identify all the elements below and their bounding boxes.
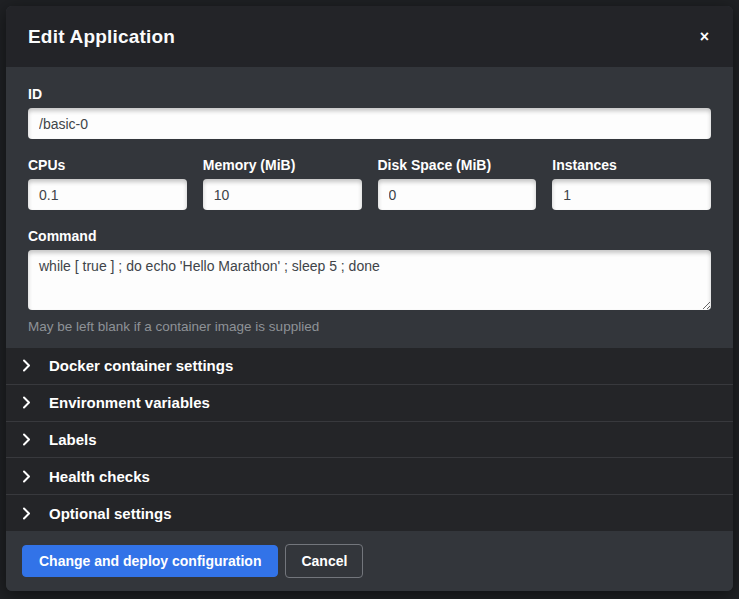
chevron-right-icon: [22, 397, 40, 409]
disk-field-group: Disk Space (MiB): [378, 157, 537, 210]
command-label: Command: [28, 228, 711, 244]
cpus-label: CPUs: [28, 157, 187, 173]
resources-row: CPUs Memory (MiB) Disk Space (MiB) Insta…: [28, 157, 711, 210]
cpus-field-group: CPUs: [28, 157, 187, 210]
instances-input[interactable]: [552, 179, 711, 210]
id-field-group: ID: [28, 86, 711, 139]
id-input[interactable]: [28, 108, 711, 139]
cpus-input[interactable]: [28, 179, 187, 210]
section-health-checks[interactable]: Health checks: [6, 457, 733, 494]
page-title: Edit Application: [28, 26, 696, 48]
change-and-deploy-button[interactable]: Change and deploy configuration: [22, 545, 278, 577]
disk-label: Disk Space (MiB): [378, 157, 537, 173]
section-docker-container-settings[interactable]: Docker container settings: [6, 348, 733, 384]
edit-application-modal: Edit Application × ID CPUs Memory (MiB) …: [6, 6, 733, 591]
memory-field-group: Memory (MiB): [203, 157, 362, 210]
memory-label: Memory (MiB): [203, 157, 362, 173]
section-labels[interactable]: Labels: [6, 421, 733, 458]
modal-body: ID CPUs Memory (MiB) Disk Space (MiB) In…: [6, 67, 733, 348]
instances-field-group: Instances: [552, 157, 711, 210]
command-field-group: Command while [ true ] ; do echo 'Hello …: [28, 228, 711, 334]
chevron-right-icon: [22, 433, 40, 445]
section-label: Health checks: [49, 468, 150, 485]
chevron-right-icon: [22, 470, 40, 482]
disk-input[interactable]: [378, 179, 537, 210]
section-label: Optional settings: [49, 505, 172, 522]
section-label: Labels: [49, 431, 97, 448]
instances-label: Instances: [552, 157, 711, 173]
command-help-text: May be left blank if a container image i…: [28, 319, 711, 334]
id-label: ID: [28, 86, 711, 102]
section-label: Docker container settings: [49, 357, 233, 374]
memory-input[interactable]: [203, 179, 362, 210]
accordion-sections: Docker container settings Environment va…: [6, 348, 733, 531]
cancel-button[interactable]: Cancel: [285, 544, 363, 578]
chevron-right-icon: [22, 507, 40, 519]
section-optional-settings[interactable]: Optional settings: [6, 494, 733, 531]
modal-header: Edit Application ×: [6, 6, 733, 67]
close-icon[interactable]: ×: [696, 25, 713, 49]
command-textarea[interactable]: while [ true ] ; do echo 'Hello Marathon…: [28, 250, 711, 310]
section-label: Environment variables: [49, 394, 210, 411]
section-environment-variables[interactable]: Environment variables: [6, 384, 733, 421]
modal-footer: Change and deploy configuration Cancel: [6, 531, 733, 591]
chevron-right-icon: [22, 360, 40, 372]
